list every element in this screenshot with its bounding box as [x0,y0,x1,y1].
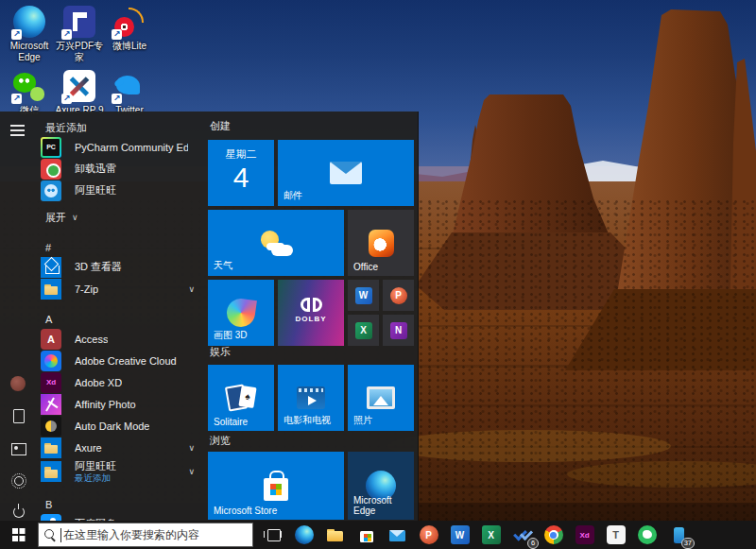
app-list-item[interactable]: PCPyCharm Community Edition 202... [38,136,204,158]
app-list-item[interactable]: Axure∨ [38,437,204,458]
user-avatar-icon [10,376,26,391]
app-list-item[interactable]: 阿里旺旺最近添加∨ [38,458,204,485]
taskbar-icon-excel[interactable]: X [475,521,507,549]
app-list-item[interactable]: Auto Dark Mode [38,415,204,437]
edge-icon: ↗ [13,6,45,38]
taskbar-icon-microsoft-to-do[interactable]: 6 [507,521,538,549]
taskbar-icon-word[interactable]: W [444,521,475,549]
desktop: ↗Microsoft Edge↗万兴PDF专家↗微博Lite↗微信↗Axure … [0,0,756,549]
powerpoint-icon: P [390,287,407,304]
adobe-xd-icon: Xd [576,525,594,544]
dolby-d-right [313,298,322,312]
tile-onenote[interactable]: N [383,315,414,346]
weather-icon [259,231,293,256]
task-view-icon [264,525,283,544]
app-list-item[interactable]: 3D 查看器 [38,256,204,278]
tile-microsoft-edge[interactable]: Microsoft Edge [348,452,414,520]
app-list-item-text: 卸载迅雷 [75,162,116,176]
app-list-section-header[interactable]: A [38,311,204,328]
tile-excel[interactable]: X [348,315,379,346]
tile-group-label[interactable]: 娱乐 [210,345,231,359]
access-letter: A [41,329,61,350]
taskbar-icon-task-view[interactable] [257,521,288,549]
app-list-section-header[interactable]: B [38,496,204,513]
app-list-item[interactable]: AAccess [38,328,204,350]
app-list-item-label: 3D 查看器 [75,260,122,274]
app-list-item[interactable]: 7-Zip∨ [38,278,204,300]
tile-weather[interactable]: 天气 [208,210,344,276]
app-list-item-text: PyCharm Community Edition 202... [75,142,188,153]
shortcut-arrow-icon: ↗ [61,29,72,40]
taskbar-search[interactable] [38,523,253,547]
desktop-icon-axure-rp-9[interactable]: ↗Axure RP 9 [54,70,105,116]
app-list-item-label: 7-Zip [75,283,98,295]
desktop-icon-weibo-lite[interactable]: ↗微博Lite [104,6,155,52]
search-input[interactable] [63,523,252,546]
desktop-icon-twitter[interactable]: ↗Twitter [104,70,155,116]
microsoft-edge-icon [295,525,314,544]
taskbar-icon-adobe-xd[interactable]: Xd [569,521,600,549]
rail-item-power[interactable] [10,503,27,520]
rail-item-pictures[interactable] [10,440,27,457]
mail-icon [388,525,407,544]
tile-mail[interactable]: 邮件 [278,140,414,206]
tile-microsoft-store[interactable]: Microsoft Store [208,452,344,520]
rail-item-user[interactable] [10,376,27,393]
tile-label: 邮件 [284,189,302,202]
tile-dolby[interactable]: DOLBY [278,280,344,346]
app-list-expand[interactable]: 展开∨ [38,207,204,228]
solitaire-icon [224,384,258,412]
app-list-item-text: Auto Dark Mode [75,420,149,432]
tile-solitaire[interactable]: Solitaire [208,365,274,431]
taskbar-icon-powerpoint[interactable]: P [413,521,444,549]
start-menu-app-list: 最近添加PCPyCharm Community Edition 202...卸载… [38,119,204,535]
desktop-icon-wondershare-pdf[interactable]: ↗万兴PDF专家 [54,6,105,63]
taskbar-icon-microsoft-edge[interactable] [288,521,319,549]
taskbar-icon-mail[interactable] [382,521,413,549]
taskbar-icon-chrome[interactable] [538,521,569,549]
rail-item-menu[interactable] [10,122,27,139]
tile-movies-tv[interactable]: 电影和电视 [278,365,344,431]
tile-group-label[interactable]: 浏览 [210,434,231,448]
app-list-item-text: 7-Zip [75,283,98,295]
dolby-icon [301,298,322,312]
app-list-item[interactable]: XdAdobe XD [38,371,204,393]
notification-badge: 37 [681,538,695,549]
app-list-item[interactable]: Adobe Creative Cloud [38,350,204,371]
excel-letter: X [482,525,501,544]
chevron-down-icon: ∨ [188,467,195,476]
tile-office[interactable]: Office [348,210,414,276]
shortcut-arrow-icon: ↗ [11,94,22,104]
shortcut-arrow-icon: ↗ [11,29,22,40]
start-menu: 最近添加PCPyCharm Community Edition 202...卸载… [0,112,419,521]
desktop-icon-microsoft-edge[interactable]: ↗Microsoft Edge [4,6,55,63]
uninstall-thunder-icon [41,159,61,180]
start-button[interactable] [0,521,38,549]
tile-paint-3d[interactable]: 画图 3D [208,280,274,346]
taskbar-icon-file-explorer[interactable] [319,521,351,549]
app-list-section-header[interactable]: # [38,239,204,256]
affinity-icon [41,394,61,415]
search-icon [43,528,57,541]
app-list-item[interactable]: 卸载迅雷 [38,158,204,180]
app-list-item[interactable]: 阿里旺旺 [38,180,204,201]
tile-group-label[interactable]: 创建 [210,119,231,133]
taskbar-icon-your-phone[interactable]: 37 [662,521,694,549]
app-list-item[interactable]: Affinity Photo [38,393,204,415]
tile-word[interactable]: W [348,280,379,311]
rail-item-documents[interactable] [10,408,27,425]
app-list-section-header[interactable]: 最近添加 [38,119,204,136]
powerpoint-icon: P [420,525,438,544]
app-list-item-sublabel: 最近添加 [75,473,116,483]
desktop-icon-wechat[interactable]: ↗微信 [4,70,55,116]
taskbar-icon-microsoft-store[interactable] [351,521,382,549]
rail-item-settings[interactable] [10,472,27,489]
tile-calendar[interactable]: 星期二4 [208,140,274,206]
taskbar-icon-evernote[interactable] [631,521,662,549]
taskbar-icon-typora[interactable]: T [600,521,631,549]
tile-photos[interactable]: 照片 [348,365,414,431]
folder-icon [41,279,61,300]
app-list-item-label: PyCharm Community Edition 202... [75,142,188,153]
microsoft-store-icon [264,478,288,501]
tile-powerpoint[interactable]: P [383,280,414,311]
